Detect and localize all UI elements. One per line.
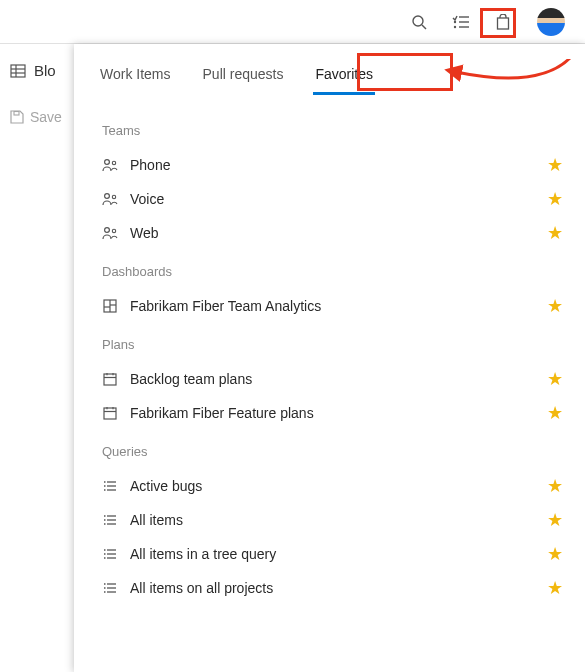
item-label: Web xyxy=(130,225,535,241)
svg-line-1 xyxy=(422,25,426,29)
item-label: Active bugs xyxy=(130,478,535,494)
list-item[interactable]: All items in a tree query ★ xyxy=(102,537,567,571)
svg-point-6 xyxy=(454,25,456,27)
item-label: Phone xyxy=(130,157,535,173)
team-icon xyxy=(102,158,118,172)
left-column: Blo Save xyxy=(0,44,74,672)
star-icon[interactable]: ★ xyxy=(547,222,563,244)
list-item[interactable]: Active bugs ★ xyxy=(102,469,567,503)
svg-point-17 xyxy=(105,228,110,233)
star-icon[interactable]: ★ xyxy=(547,402,563,424)
list-item[interactable]: Fabrikam Fiber Feature plans ★ xyxy=(102,396,567,430)
grid-label-text: Blo xyxy=(34,62,56,79)
team-icon xyxy=(102,226,118,240)
svg-point-14 xyxy=(112,161,115,164)
svg-point-5 xyxy=(454,20,456,22)
save-button[interactable]: Save xyxy=(10,109,64,125)
svg-point-16 xyxy=(112,195,115,198)
list-item[interactable]: Phone ★ xyxy=(102,148,567,182)
section-header-teams: Teams xyxy=(102,123,567,138)
item-label: Voice xyxy=(130,191,535,207)
save-icon xyxy=(10,110,24,124)
avatar[interactable] xyxy=(537,8,565,36)
svg-rect-27 xyxy=(104,408,116,419)
plan-icon xyxy=(102,406,118,420)
query-icon xyxy=(102,514,118,526)
list-item[interactable]: All items ★ xyxy=(102,503,567,537)
svg-point-0 xyxy=(413,16,423,26)
annotation-highlight-list-button xyxy=(480,8,516,38)
svg-point-18 xyxy=(112,229,115,232)
tab-work-items[interactable]: Work Items xyxy=(98,62,173,95)
item-label: Backlog team plans xyxy=(130,371,535,387)
star-icon[interactable]: ★ xyxy=(547,188,563,210)
svg-point-15 xyxy=(105,194,110,199)
list-item[interactable]: Backlog team plans ★ xyxy=(102,362,567,396)
svg-point-13 xyxy=(105,160,110,165)
plan-icon xyxy=(102,372,118,386)
item-label: Fabrikam Fiber Team Analytics xyxy=(130,298,535,314)
save-label: Save xyxy=(30,109,62,125)
star-icon[interactable]: ★ xyxy=(547,509,563,531)
list-item[interactable]: All items on all projects ★ xyxy=(102,571,567,605)
svg-rect-12 xyxy=(14,112,19,116)
annotation-highlight-favorites-tab xyxy=(357,53,453,91)
section-header-plans: Plans xyxy=(102,337,567,352)
item-label: Fabrikam Fiber Feature plans xyxy=(130,405,535,421)
section-header-queries: Queries xyxy=(102,444,567,459)
star-icon[interactable]: ★ xyxy=(547,475,563,497)
list-item[interactable]: Fabrikam Fiber Team Analytics ★ xyxy=(102,289,567,323)
team-icon xyxy=(102,192,118,206)
query-icon xyxy=(102,582,118,594)
svg-rect-8 xyxy=(11,65,25,77)
list-item[interactable]: Web ★ xyxy=(102,216,567,250)
dashboard-icon xyxy=(102,299,118,313)
svg-rect-23 xyxy=(104,374,116,385)
section-header-dashboards: Dashboards xyxy=(102,264,567,279)
query-icon xyxy=(102,480,118,492)
tab-pull-requests[interactable]: Pull requests xyxy=(201,62,286,95)
list-icon[interactable] xyxy=(449,10,473,34)
star-icon[interactable]: ★ xyxy=(547,368,563,390)
item-label: All items on all projects xyxy=(130,580,535,596)
tabs: Work Items Pull requests Favorites xyxy=(74,58,585,95)
search-icon[interactable] xyxy=(407,10,431,34)
grid-icon xyxy=(10,63,26,79)
star-icon[interactable]: ★ xyxy=(547,154,563,176)
list-item[interactable]: Voice ★ xyxy=(102,182,567,216)
item-label: All items in a tree query xyxy=(130,546,535,562)
star-icon[interactable]: ★ xyxy=(547,577,563,599)
item-label: All items xyxy=(130,512,535,528)
grid-label: Blo xyxy=(10,62,64,79)
main-area: Blo Save Work Items Pull requests Favori… xyxy=(0,44,585,672)
panel-content: Teams Phone ★ Voice ★ Web ★ Dashboards F… xyxy=(74,95,585,672)
query-icon xyxy=(102,548,118,560)
favorites-panel: Work Items Pull requests Favorites Teams… xyxy=(74,44,585,672)
star-icon[interactable]: ★ xyxy=(547,543,563,565)
star-icon[interactable]: ★ xyxy=(547,295,563,317)
